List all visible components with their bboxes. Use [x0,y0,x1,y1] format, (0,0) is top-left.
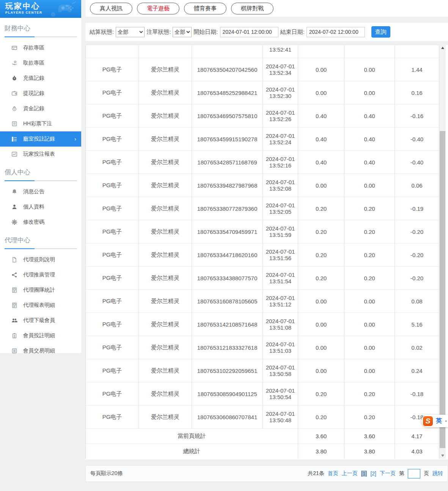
next-page-link[interactable]: 下一页 [380,470,396,477]
cell-platform [86,45,139,58]
cell-bet-amount: 0.20 [298,243,344,267]
table-row: PG电子爱尔兰精灵18076534599151902782024-07-01 1… [86,128,439,151]
cell-order-number [192,45,263,58]
hand-coin-icon [11,60,17,66]
summary-valid-bet: 3.80 [344,444,395,459]
first-page-link[interactable]: 首页 [328,470,338,477]
table-row: PG电子爱尔兰精灵18076534285711687692024-07-01 1… [86,151,439,174]
cell-order-number: 1807653060860707841 [192,406,263,429]
cell-game-name: 爱尔兰精灵 [139,243,192,267]
settle-status-select[interactable]: 全部 [116,27,145,37]
order-status-select[interactable]: 全部 [173,27,192,37]
cell-bet-amount: 0.40 [298,128,344,151]
summary-bet-amount: 3.60 [298,429,344,444]
cell-platform: PG电子 [86,359,139,382]
sidebar-item-agent-report-detail[interactable]: 代理報表明細 [0,298,81,313]
sidebar-item-member-bet-detail[interactable]: 會員投註明細 [0,328,81,343]
sidebar-item-change-password[interactable]: 修改密碼 [0,215,81,230]
summary-label: 當前頁統計 [86,429,298,444]
table-row: PG电子爱尔兰精灵18076533547094599712024-07-01 1… [86,220,439,243]
page-number-2[interactable]: [2] [370,470,376,477]
sidebar-item-agent-rules[interactable]: 代理規則說明 [0,252,81,267]
sidebar-item-announcements[interactable]: 消息公告 [0,184,81,199]
cell-order-number: 1807653380772879360 [192,197,263,220]
page-number-1[interactable]: [1] [361,470,367,477]
cell-bet-amount: 0.00 [298,174,344,197]
cell-platform: PG电子 [86,290,139,313]
cell-bet-time: 2024-07-01 13:50:58 [263,359,298,382]
cell-game-name: 爱尔兰精灵 [139,313,192,336]
sidebar-item-member-transaction-detail[interactable]: 會員交易明細 [0,343,81,358]
table-row: PG电子爱尔兰精灵18076534852529884212024-07-01 1… [86,81,439,104]
end-date-label: 結束日期: [280,28,305,36]
start-date-input[interactable] [220,27,278,37]
table-row: PG电子爱尔兰精灵18076530608607078412024-07-01 1… [86,406,439,429]
section-title-agent: 代理中心 [0,230,81,247]
sidebar-item-hh-lottery-bets[interactable]: HH彩票下注 [0,116,81,131]
sidebar-item-label: 修改密碼 [23,219,44,226]
game-category-tabs: 真人視訊 電子遊藝 體育賽事 棋牌對戰 [85,0,448,17]
cell-bet-time: 13:52:41 [263,45,298,58]
cell-game-name: 爱尔兰精灵 [139,104,192,128]
search-button[interactable]: 查詢 [371,26,390,38]
tab-sports[interactable]: 體育賽事 [184,3,226,14]
sidebar-item-agent-team-stats[interactable]: 代理團隊統計 [0,283,81,298]
sidebar-item-label: 存款專區 [23,44,44,51]
file-icon [11,257,17,263]
cell-profit: -0.19 [395,197,439,220]
cell-bet-time: 2024-07-01 13:51:03 [263,336,298,359]
cell-bet-time: 2024-07-01 13:52:16 [263,151,298,174]
cell-profit: -0.40 [395,128,439,151]
chart-icon [11,151,17,157]
sidebar-item-agent-promotion[interactable]: 代理推廣管理 [0,267,81,283]
sidebar-item-withdrawal-records[interactable]: 提現記錄 [0,86,81,101]
sidebar-item-withdraw-zone[interactable]: 取款專區 [0,55,81,71]
translate-widget[interactable]: S 英 • [421,415,448,427]
sidebar-item-label: 資金記錄 [23,105,44,112]
sidebar-header: 玩家中心 PLAYERS CENTER [0,0,81,18]
table-row: PG电子爱尔兰精灵18076531421085716482024-07-01 1… [86,313,439,336]
jump-button[interactable]: 跳转 [432,470,443,477]
cell-platform: PG电子 [86,220,139,243]
tab-board-card-games[interactable]: 棋牌對戰 [231,3,274,14]
table-scrollbar[interactable] [439,45,446,459]
cell-valid-bet [344,45,395,58]
cell-profit: -0.40 [395,151,439,174]
scroll-down-icon[interactable] [439,452,446,459]
cell-order-number: 1807653469507575810 [192,104,263,128]
table-row: PG电子爱尔兰精灵18076531608781056052024-07-01 1… [86,290,439,313]
end-date-input[interactable] [307,27,365,37]
settle-status-label: 結算狀態: [90,28,114,36]
section-rule [5,180,77,181]
table-row: PG电子爱尔兰精灵18076535042070425602024-07-01 1… [86,58,439,81]
sidebar-item-deposit-zone[interactable]: 存款專區 [0,40,81,55]
cell-bet-amount [298,45,344,58]
sidebar-item-agent-sub-members[interactable]: 代理下級會員 [0,313,81,328]
cell-valid-bet: 0.00 [344,81,395,104]
summary-valid-bet: 3.60 [344,429,395,444]
jump-page-input[interactable] [408,469,420,478]
sidebar-item-hall-bet-records[interactable]: 廳室投註記錄 › [0,131,81,147]
cell-order-number: 1807653160878105605 [192,290,263,313]
cell-bet-amount: 0.00 [298,290,344,313]
sogou-logo-icon: S [423,416,433,426]
sidebar-item-label: 代理推廣管理 [23,272,55,278]
tab-electronic-games[interactable]: 電子遊藝 [137,3,179,14]
document-icon [11,121,17,127]
sidebar-item-recharge-records[interactable]: 充值記錄 [0,71,81,86]
prev-page-link[interactable]: 上一页 [342,470,358,477]
sidebar-item-profile[interactable]: 個人資料 [0,199,81,215]
sidebar-item-funds-records[interactable]: 資金記錄 [0,101,81,116]
cell-profit: 0.24 [395,359,439,382]
sidebar-item-label: 代理下級會員 [23,317,55,324]
scrollbar-thumb[interactable] [440,131,445,448]
scroll-up-icon[interactable] [439,45,446,51]
sidebar-item-label: 取款專區 [23,60,44,66]
tab-live-casino[interactable]: 真人視訊 [90,3,132,14]
cell-platform: PG电子 [86,151,139,174]
sidebar-item-player-bet-report[interactable]: 玩家投注報表 [0,147,81,162]
cell-game-name [139,45,192,58]
cell-valid-bet: 0.20 [344,197,395,220]
cell-bet-amount: 0.40 [298,104,344,128]
sidebar-item-label: 會員投註明細 [23,332,55,339]
